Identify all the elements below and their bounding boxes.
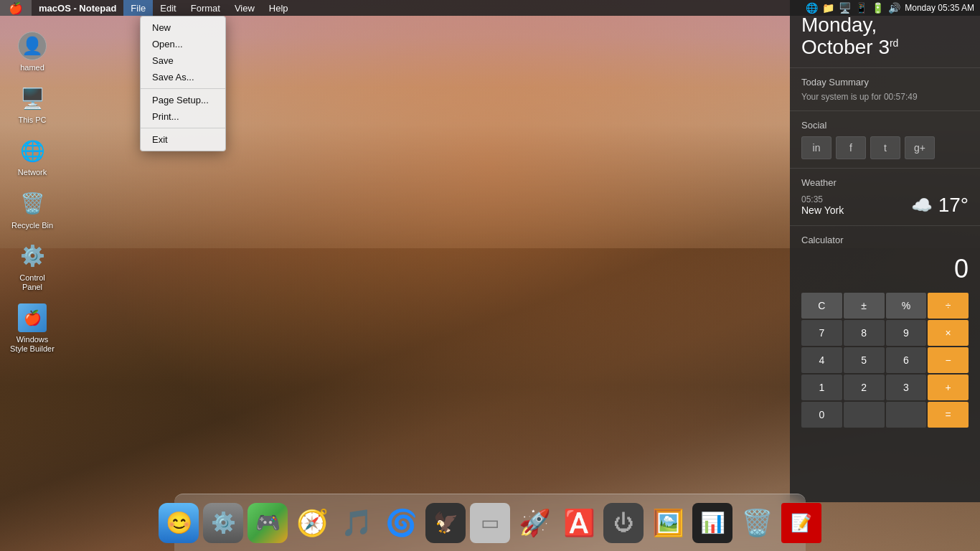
menu-file[interactable]: File xyxy=(123,0,153,16)
menu-item-saveas[interactable]: Save As... xyxy=(141,69,225,85)
system-prefs-dock-icon: ⚙️ xyxy=(211,511,236,534)
apple-menu[interactable]: 🍎 xyxy=(0,0,32,16)
desktop-icon-control-panel[interactable]: ⚙️ Control Panel xyxy=(7,239,57,295)
menu-item-save[interactable]: Save xyxy=(141,52,225,69)
calc-btn-percent[interactable]: % xyxy=(886,293,927,319)
panel-weather: Weather 05:35 New York ☁️ 17° xyxy=(790,169,980,226)
file-menu-dropdown: New Open... Save Save As... Page Setup..… xyxy=(140,16,226,151)
dock: 😊 ⚙️ 🎮 🧭 🎵 🌀 🦅 ▭ 🚀 xyxy=(174,494,806,551)
menu-edit[interactable]: Edit xyxy=(153,0,183,16)
menubar-time: Monday 05:35 AM xyxy=(905,3,974,13)
dock-app6[interactable]: 🦅 xyxy=(425,503,466,543)
network-icon-wrap: 🌐 xyxy=(18,136,47,165)
panel-social: Social in f t g+ xyxy=(790,111,980,169)
dock-power[interactable]: ⏻ xyxy=(603,503,644,543)
app6-dock-icon: 🦅 xyxy=(433,511,458,534)
calc-btn-1[interactable]: 1 xyxy=(801,375,842,400)
panel-summary: Today Summary Your system is up for 00:5… xyxy=(790,68,980,111)
user-icon: 👤 xyxy=(18,32,47,60)
power-dock-icon: ⏻ xyxy=(613,511,633,534)
dock-launchpad[interactable]: 🚀 xyxy=(514,503,555,543)
calc-btn-4[interactable]: 4 xyxy=(801,347,842,373)
gear-icon: ⚙️ xyxy=(20,244,45,268)
calc-btn-multiply[interactable]: × xyxy=(928,320,969,346)
dock-app7[interactable]: ▭ xyxy=(470,503,510,543)
calc-btn-subtract[interactable]: − xyxy=(928,347,969,373)
calc-btn-plusminus[interactable]: ± xyxy=(844,293,885,319)
desktop-icons: 👤 hamed 🖥️ This PC 🌐 Network 🗑️ Recycle … xyxy=(7,29,57,357)
itunes-dock-icon: 🎵 xyxy=(341,508,373,538)
app7-dock-icon: ▭ xyxy=(481,511,499,534)
dock-photos[interactable]: 🖼️ xyxy=(648,503,688,543)
menu-view[interactable]: View xyxy=(227,0,262,16)
calc-btn-5[interactable]: 5 xyxy=(844,347,885,373)
calc-btn-0[interactable]: 0 xyxy=(801,402,842,428)
notepad-dock-icon: 📝 xyxy=(791,513,812,533)
googleplus-button[interactable]: g+ xyxy=(905,136,935,159)
weather-right: ☁️ 17° xyxy=(911,194,969,217)
calc-btn-3[interactable]: 3 xyxy=(886,375,927,400)
weather-temperature: 17° xyxy=(938,194,969,217)
calc-btn-9[interactable]: 9 xyxy=(886,320,927,346)
menu-help[interactable]: Help xyxy=(262,0,296,16)
panel-date-month-day: October 3 xyxy=(801,36,890,58)
dock-app13[interactable]: 📊 xyxy=(692,503,732,543)
dock-itunes[interactable]: 🎵 xyxy=(336,503,377,543)
calc-btn-clear[interactable]: C xyxy=(801,293,842,319)
dock-safari[interactable]: 🧭 xyxy=(292,503,332,543)
calc-btn-2[interactable]: 2 xyxy=(844,375,885,400)
menu-item-print[interactable]: Print... xyxy=(141,108,225,125)
dock-notepad[interactable]: 📝 xyxy=(781,503,821,543)
dock-system-prefs[interactable]: ⚙️ xyxy=(203,503,243,543)
menu-format[interactable]: Format xyxy=(184,0,227,16)
app-store-dock-icon: 🅰️ xyxy=(563,508,595,538)
desktop-icon-hamed[interactable]: 👤 hamed xyxy=(7,29,57,75)
menu-item-open[interactable]: Open... xyxy=(141,36,225,52)
panel-social-title: Social xyxy=(801,120,969,131)
app-name[interactable]: macOS - Notepad xyxy=(32,0,123,16)
photos-dock-icon: 🖼️ xyxy=(652,508,684,538)
calc-btn-equals[interactable]: = xyxy=(928,402,969,428)
monitor-icon: 🖥️ xyxy=(20,87,45,110)
desktop-icon-control-label: Control Panel xyxy=(10,273,55,292)
browser-icon: 🖥️ xyxy=(839,2,851,14)
calc-btn-empty1 xyxy=(844,402,885,428)
calc-buttons: C ± % ÷ 7 8 9 × 4 5 6 − 1 2 3 + 0 xyxy=(801,293,969,428)
wsb-icon-wrap: 🍎 xyxy=(18,303,47,332)
app13-dock-icon: 📊 xyxy=(700,511,725,534)
menu-separator-1 xyxy=(141,88,225,89)
panel-summary-title: Today Summary xyxy=(801,77,969,88)
finder-dock-icon: 😊 xyxy=(166,510,192,535)
dock-game-center[interactable]: 🎮 xyxy=(248,503,288,543)
desktop-icon-network[interactable]: 🌐 Network xyxy=(7,133,57,180)
dock-trash[interactable]: 🗑️ xyxy=(737,503,777,543)
panel-calc-title: Calculator xyxy=(801,235,969,245)
calc-btn-7[interactable]: 7 xyxy=(801,320,842,346)
twitter-button[interactable]: t xyxy=(870,136,900,159)
facebook-button[interactable]: f xyxy=(836,136,866,159)
menu-item-exit[interactable]: Exit xyxy=(141,131,225,148)
menu-item-new[interactable]: New xyxy=(141,19,225,36)
calc-btn-6[interactable]: 6 xyxy=(886,347,927,373)
calc-btn-divide[interactable]: ÷ xyxy=(928,293,969,319)
desktop-icon-recycle-bin[interactable]: 🗑️ Recycle Bin xyxy=(7,187,57,233)
dock-finder[interactable]: 😊 xyxy=(159,503,199,543)
desktop-icon-wsb[interactable]: 🍎 Windows Style Builder xyxy=(7,301,57,357)
menubar-right: 🌐 📁 🖥️ 📱 🔋 🔊 Monday 05:35 AM xyxy=(806,2,980,14)
this-pc-icon: 🖥️ xyxy=(18,84,47,113)
dock-siri[interactable]: 🌀 xyxy=(381,503,421,543)
menu-item-pagesetup[interactable]: Page Setup... xyxy=(141,92,225,108)
calc-btn-add[interactable]: + xyxy=(928,375,969,400)
desktop-icon-wsb-label: Windows Style Builder xyxy=(10,335,55,354)
calc-btn-8[interactable]: 8 xyxy=(844,320,885,346)
desktop-icon-this-pc[interactable]: 🖥️ This PC xyxy=(7,81,57,128)
launchpad-dock-icon: 🚀 xyxy=(519,508,551,538)
wsb-icon: 🍎 xyxy=(18,303,47,332)
panel-date-line2: October 3rd xyxy=(801,37,969,59)
linkedin-button[interactable]: in xyxy=(801,136,831,159)
menubar-left: 🍎 macOS - Notepad File Edit Format View … xyxy=(0,0,296,16)
dock-app-store[interactable]: 🅰️ xyxy=(559,503,599,543)
weather-left: 05:35 New York xyxy=(801,194,844,216)
desktop-icon-hamed-label: hamed xyxy=(20,63,44,72)
desktop-icon-this-pc-label: This PC xyxy=(18,116,46,125)
